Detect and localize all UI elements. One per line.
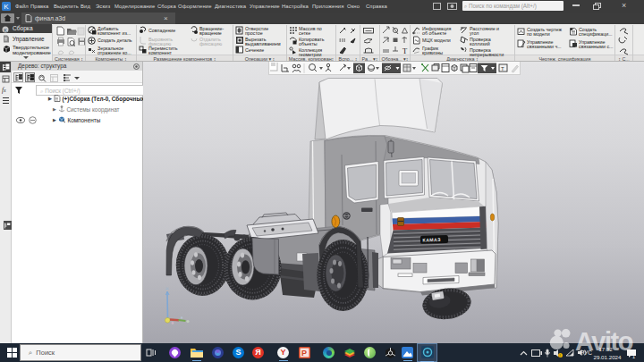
svg-text:T: T [402,46,408,55]
svg-text:1: 1 [632,354,635,359]
svg-text:P: P [301,349,307,358]
svg-text:!: ! [559,353,560,358]
svg-text:T: T [501,66,504,72]
svg-text:K: K [4,27,7,32]
svg-text:КАМАЗ: КАМАЗ [422,237,441,243]
svg-text:K: K [4,3,9,11]
